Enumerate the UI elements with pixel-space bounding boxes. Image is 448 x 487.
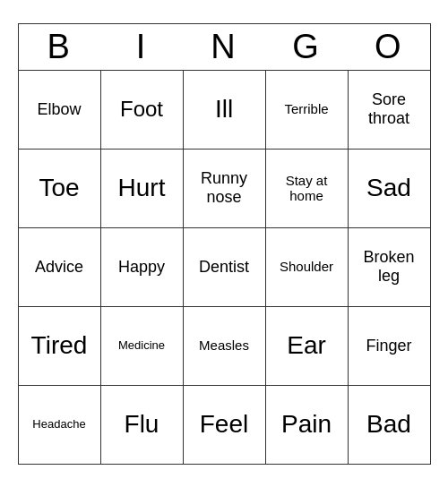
cell-text-3-4: Finger: [351, 337, 427, 355]
cell-text-4-4: Bad: [351, 410, 427, 439]
cell-0-1: Foot: [100, 70, 183, 149]
cell-2-4: Brokenleg: [348, 227, 430, 306]
cell-text-4-1: Flu: [104, 410, 180, 439]
grid-row-2: AdviceHappyDentistShoulderBrokenleg: [18, 227, 430, 306]
cell-text-1-0: Toe: [22, 174, 98, 202]
cell-4-4: Bad: [348, 385, 430, 464]
cell-text-0-3: Terrible: [269, 101, 345, 116]
cell-text-0-2: Ill: [186, 95, 263, 124]
cell-text-2-2: Dentist: [186, 258, 263, 277]
grid-row-3: TiredMedicineMeaslesEarFinger: [18, 306, 430, 385]
cell-2-3: Shoulder: [265, 227, 348, 306]
header-cell-o: O: [348, 23, 430, 70]
cell-text-3-2: Measles: [186, 337, 263, 353]
cell-text-0-4: Sorethroat: [351, 90, 427, 127]
grid-row-0: ElbowFootIllTerribleSorethroat: [18, 70, 430, 149]
cell-text-0-0: Elbow: [22, 100, 98, 119]
cell-text-3-1: Medicine: [104, 339, 180, 353]
cell-2-0: Advice: [18, 227, 100, 306]
cell-1-2: Runnynose: [183, 149, 265, 227]
cell-text-0-1: Foot: [104, 97, 180, 122]
cell-4-2: Feel: [183, 385, 265, 464]
cell-2-2: Dentist: [183, 227, 265, 306]
cell-text-1-4: Sad: [351, 174, 427, 202]
cell-text-1-3: Stay athome: [269, 173, 345, 204]
header-cell-n: N: [183, 23, 265, 70]
header-row: BINGO: [18, 23, 430, 70]
cell-0-3: Terrible: [265, 70, 348, 149]
cell-text-1-2: Runnynose: [186, 169, 263, 206]
cell-text-3-3: Ear: [269, 331, 345, 360]
cell-3-2: Measles: [183, 306, 265, 385]
header-cell-b: B: [18, 23, 100, 70]
cell-text-4-3: Pain: [269, 410, 345, 439]
cell-4-3: Pain: [265, 385, 348, 464]
cell-text-2-1: Happy: [104, 258, 180, 277]
cell-2-1: Happy: [100, 227, 183, 306]
cell-0-4: Sorethroat: [348, 70, 430, 149]
grid-row-4: HeadacheFluFeelPainBad: [18, 385, 430, 464]
cell-3-0: Tired: [18, 306, 100, 385]
header-cell-g: G: [265, 23, 348, 70]
cell-0-2: Ill: [183, 70, 265, 149]
cell-4-1: Flu: [100, 385, 183, 464]
cell-3-3: Ear: [265, 306, 348, 385]
cell-text-4-0: Headache: [22, 418, 98, 431]
cell-text-2-4: Brokenleg: [351, 248, 427, 285]
cell-0-0: Elbow: [18, 70, 100, 149]
cell-1-1: Hurt: [100, 149, 183, 227]
header-cell-i: I: [100, 23, 183, 70]
bingo-grid: BINGO ElbowFootIllTerribleSorethroatToeH…: [18, 23, 431, 465]
cell-1-4: Sad: [348, 149, 430, 227]
cell-1-0: Toe: [18, 149, 100, 227]
grid-row-1: ToeHurtRunnynoseStay athomeSad: [18, 149, 430, 227]
cell-text-2-3: Shoulder: [269, 259, 345, 274]
cell-text-4-2: Feel: [186, 410, 263, 439]
cell-text-2-0: Advice: [22, 258, 98, 277]
cell-text-3-0: Tired: [22, 331, 98, 360]
cell-3-4: Finger: [348, 306, 430, 385]
cell-4-0: Headache: [18, 385, 100, 464]
cell-text-1-1: Hurt: [104, 174, 180, 202]
cell-1-3: Stay athome: [265, 149, 348, 227]
cell-3-1: Medicine: [100, 306, 183, 385]
